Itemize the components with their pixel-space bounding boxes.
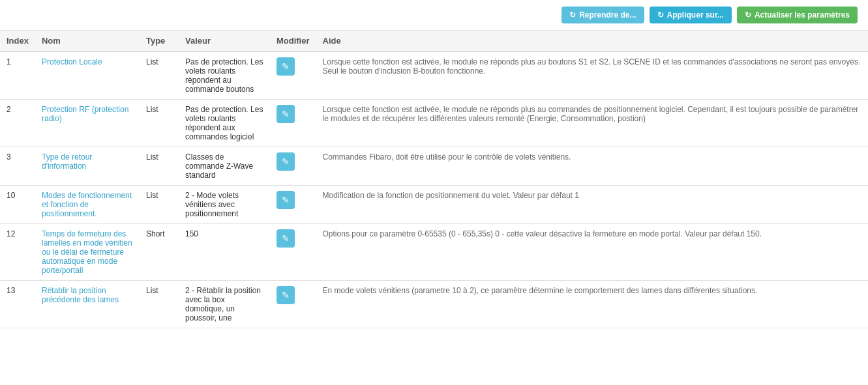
table-row: 2 Protection RF (protection radio) List …	[0, 100, 868, 147]
cell-aide: Options pour ce paramètre 0-65535 (0 - 6…	[316, 224, 868, 281]
cell-modifier: ✎	[270, 224, 316, 281]
parameters-table: Index Nom Type Valeur Modifier Aide 1 Pr…	[0, 31, 868, 328]
cell-index: 10	[0, 186, 35, 224]
cell-valeur: Pas de protection. Les volets roulants r…	[179, 100, 270, 147]
cell-valeur: 2 - Mode volets vénitiens avec positionn…	[179, 186, 270, 224]
cell-aide: Commandes Fibaro, doit être utilisé pour…	[316, 147, 868, 186]
edit-button[interactable]: ✎	[277, 152, 295, 171]
appliquer-button[interactable]: ↻ Appliquer sur...	[650, 7, 732, 23]
table-header-row: Index Nom Type Valeur Modifier Aide	[0, 31, 868, 51]
edit-button[interactable]: ✎	[277, 57, 295, 76]
col-modifier: Modifier	[270, 31, 316, 51]
table-row: 13 Rétablir la position précédente des l…	[0, 281, 868, 328]
cell-aide: En mode volets vénitiens (parametre 10 à…	[316, 281, 868, 328]
cell-valeur: 2 - Rétablir la position avec la box dom…	[179, 281, 270, 328]
cell-index: 12	[0, 224, 35, 281]
cell-index: 1	[0, 51, 35, 100]
cell-type: List	[140, 147, 179, 186]
col-type: Type	[140, 31, 179, 51]
cell-valeur: Pas de protection. Les volets roulants r…	[179, 51, 270, 100]
table-row: 1 Protection Locale List Pas de protecti…	[0, 51, 868, 100]
appliquer-label: Appliquer sur...	[667, 10, 724, 20]
actualiser-label: Actualiser les paramètres	[755, 10, 850, 20]
cell-type: Short	[140, 224, 179, 281]
cell-modifier: ✎	[270, 51, 316, 100]
toolbar: ↻ Reprendre de... ↻ Appliquer sur... ↻ A…	[0, 0, 868, 31]
cell-nom: Protection RF (protection radio)	[35, 100, 140, 147]
reprendre-button[interactable]: ↻ Reprendre de...	[561, 7, 644, 23]
table-row: 10 Modes de fonctionnement et fonction d…	[0, 186, 868, 224]
actualiser-button[interactable]: ↻ Actualiser les paramètres	[737, 7, 858, 23]
cell-nom: Type de retour d'information	[35, 147, 140, 186]
cell-type: List	[140, 100, 179, 147]
cell-aide: Lorsque cette fonction est activée, le m…	[316, 51, 868, 100]
cell-nom: Temps de fermeture des lamelles en mode …	[35, 224, 140, 281]
appliquer-icon: ↻	[657, 10, 664, 20]
reprendre-icon: ↻	[569, 10, 576, 20]
col-index: Index	[0, 31, 35, 51]
cell-valeur: 150	[179, 224, 270, 281]
cell-aide: Lorsque cette fonction est activée, le m…	[316, 100, 868, 147]
cell-modifier: ✎	[270, 186, 316, 224]
edit-button[interactable]: ✎	[277, 229, 295, 248]
cell-type: List	[140, 51, 179, 100]
cell-nom: Protection Locale	[35, 51, 140, 100]
actualiser-icon: ↻	[745, 10, 751, 20]
table-row: 3 Type de retour d'information List Clas…	[0, 147, 868, 186]
cell-index: 3	[0, 147, 35, 186]
cell-type: List	[140, 186, 179, 224]
cell-index: 13	[0, 281, 35, 328]
cell-nom: Rétablir la position précédente des lame…	[35, 281, 140, 328]
cell-modifier: ✎	[270, 281, 316, 328]
cell-aide: Modification de la fonction de positionn…	[316, 186, 868, 224]
cell-modifier: ✎	[270, 147, 316, 186]
edit-button[interactable]: ✎	[277, 286, 295, 304]
cell-valeur: Classes de commande Z-Wave standard	[179, 147, 270, 186]
col-nom: Nom	[35, 31, 140, 51]
col-valeur: Valeur	[179, 31, 270, 51]
cell-modifier: ✎	[270, 100, 316, 147]
edit-button[interactable]: ✎	[277, 191, 295, 209]
col-aide: Aide	[316, 31, 868, 51]
reprendre-label: Reprendre de...	[579, 10, 636, 20]
edit-button[interactable]: ✎	[277, 105, 295, 123]
cell-index: 2	[0, 100, 35, 147]
cell-type: List	[140, 281, 179, 328]
cell-nom: Modes de fonctionnement et fonction de p…	[35, 186, 140, 224]
table-row: 12 Temps de fermeture des lamelles en mo…	[0, 224, 868, 281]
